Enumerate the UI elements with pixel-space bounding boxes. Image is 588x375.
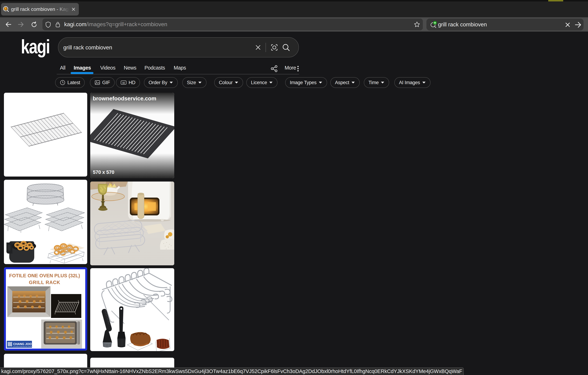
svg-text:570 x 570: 570 x 570 — [93, 170, 114, 175]
svg-text:HD: HD — [122, 82, 125, 84]
svg-text:KITCHEN & BATHROOM TRADING: KITCHEN & BATHROOM TRADING — [13, 346, 33, 347]
svg-text:GRILL RACK: GRILL RACK — [29, 280, 60, 285]
svg-text:CHANG JOO: CHANG JOO — [13, 342, 32, 346]
svg-text:brownefoodservice.com: brownefoodservice.com — [93, 95, 157, 102]
svg-text:FOTILE ONE OVEN PLUS (32L): FOTILE ONE OVEN PLUS (32L) — [9, 273, 80, 278]
